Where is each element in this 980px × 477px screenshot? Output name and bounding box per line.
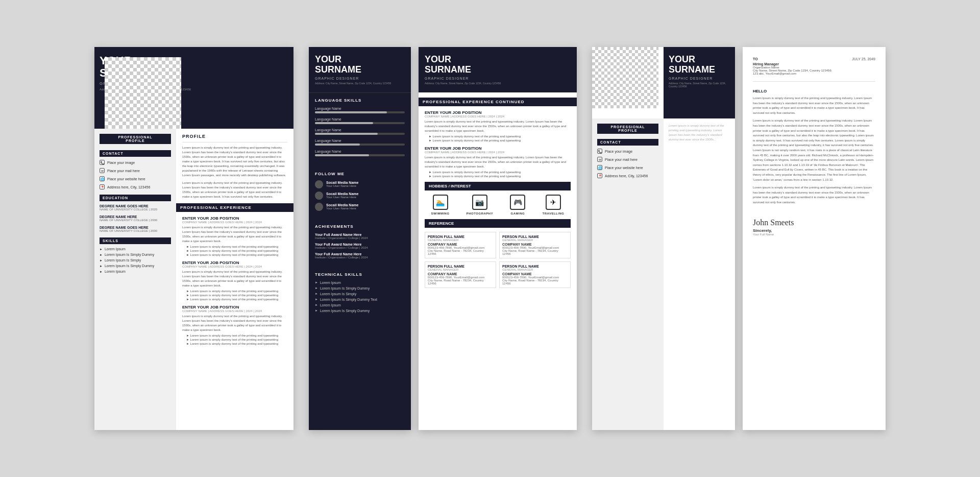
cover-header-row: TO Hiring Manager Organization Name City… [753,57,875,75]
social-icon-1 [315,180,323,188]
hobby-swimming: 🏊 SWIMMING [431,195,450,215]
card2-pages: YOURSURNAME GRAPHIC DESIGNER Address: Ci… [309,47,577,430]
card2-header-left: YOURSURNAME GRAPHIC DESIGNER Address: Ci… [309,47,411,93]
cover-signature: John Smeets [753,218,875,227]
card2-right-title: GRAPHIC DESIGNER [425,77,571,80]
cover-sincerely: Sincerely, [753,228,875,233]
contact-title-1: CONTACT [100,150,171,157]
gaming-icon: 🎮 [510,195,525,210]
photography-icon: 📷 [472,195,487,210]
reference-section: REFERENCE PERSON FULL NAME GENERAL MANAG… [425,219,571,288]
contact-mail: ✉ Place your mail here [100,168,171,173]
card2-surname: YOURSURNAME [315,55,405,75]
job-item-1: ENTER YOUR JOB POSITION COMPANY NAME | A… [182,216,287,256]
card2-right-body: PROFESSIONAL EXPERIENCE CONTINUED ENTER … [419,92,577,430]
hobby-gaming: 🎮 GAMING [510,195,525,215]
social-3: Socail Media Name Your User Name Here [315,203,405,211]
ref-1: PERSON FULL NAME GENERAL MANAGER COMPANY… [425,232,496,258]
exp-continued-title: PROFESSIONAL EXPERIENCE CONTINUED [419,98,577,106]
card3-body: PROFESSIONALPROFILE CONTACT 📞 Place your… [592,118,735,430]
tech-title: TECHNICAL SKILLS [315,272,405,277]
card3-mail-icon: ✉ [597,157,602,162]
card3-left-col: PROFESSIONALPROFILE CONTACT 📞 Place your… [592,118,664,430]
web-icon: 🌐 [100,176,105,181]
card3-location-icon: 📍 [597,173,602,178]
card3-profile-title: PROFESSIONALPROFILE [597,124,658,134]
social-icon-3 [315,203,323,211]
card3-address: Address: City Name, Street Name, Zip Cod… [669,82,730,88]
job-item-3: ENTER YOUR JOB POSITION COMPANY NAME | A… [182,305,287,345]
cover-manager: Hiring Manager [753,62,831,66]
education-title-1: EDUCATION [100,195,171,201]
photo-placeholder-1 [105,57,181,129]
left-col-1: PROFESSIONALPROFILE CONTACT 📞 Place your… [94,129,176,430]
resume-card-1: YOURSURNAME GRAPHIC DESIGNER Address: Ci… [94,47,293,430]
swimming-icon: 🏊 [433,195,448,210]
mail-icon: ✉ [100,168,105,173]
card3-contact-address: 📍 Address here, City, 123456 [597,173,658,178]
achieve-1: Your Full Award Name Here Institute / Or… [315,233,405,240]
edu-item-3: DEGREE NAME GOES HERE NAME OF UNIVERSITY… [100,226,171,232]
card3-contact-web: 🌐 Place your website here [597,165,658,170]
cover-to-block: TO Hiring Manager Organization Name City… [753,57,831,75]
card3-phone-icon: 📞 [597,149,602,154]
tech-1: ►Lorem Ipsum [315,281,405,284]
card2-right-address: Address: City Name, Street Name, Zip Cod… [425,82,571,85]
social-2: Socail Media Name Your User Name Here [315,192,405,200]
follow-panel: FOLLOW ME Socail Media Name Your User Na… [309,168,411,218]
achieve-title: ACHIEVEMENTS [315,224,405,229]
cover-body-2: Lorem ipsum is simply dummy text of the … [753,118,875,182]
skill-4: ►Lorem Ipsum Is Simply Dummy [100,264,171,268]
cover-body-3: Lorem ipsum is simply dummy text of the … [753,185,875,205]
contact-phone: 📞 Place your image [100,160,171,165]
cover-name-under: Your Full Name [753,233,875,236]
tech-6: ►Lorem Ipsum Is Simply Dummy [315,309,405,313]
card3-group: YOURSURNAME GRAPHIC DESIGNER Address: Ci… [592,47,886,430]
ref-3: PERSON FULL NAME GENERAL MANAGER COMPANY… [425,261,496,288]
card2-address: Address: City Name, Street Name, Zip Cod… [315,82,405,85]
social-icon-2 [315,192,323,200]
card3-name-area: YOURSURNAME GRAPHIC DESIGNER Address: Ci… [664,47,735,118]
cover-date: JULY 25, 2049 [852,57,875,75]
card3-surname: YOURSURNAME [669,55,730,75]
card2-job-1: ENTER YOUR JOB POSITION COMPANY NAME | A… [425,110,571,142]
card3-header: YOURSURNAME GRAPHIC DESIGNER Address: Ci… [592,47,735,118]
lang-3: Language Name [315,128,405,135]
lang-title: LANGUAGE SKILLS [315,98,405,103]
tech-4: ►Lorem Ipsum Is Simply Dummy Text [315,298,405,301]
card3-contact-title: CONTACT [597,139,658,146]
card3-right-col: Lorem ipsum is simply dummy text of the … [664,118,735,430]
social-1: Socail Media Name Your User Name Here [315,180,405,188]
hobbies-section: HOBBIES / INTEREST 🏊 SWIMMING 📷 PHOTOGRA… [425,182,571,215]
card2-left-panel: YOURSURNAME GRAPHIC DESIGNER Address: Ci… [309,47,411,430]
card3-web-icon: 🌐 [597,165,602,170]
card3-title: GRAPHIC DESIGNER [669,77,730,80]
skill-2: ►Lorem Ipsum Is Simply Dummy [100,253,171,256]
card2-right-page: YOURSURNAME GRAPHIC DESIGNER Address: Ci… [419,47,577,430]
cover-body-1: Lorem Ipsum is simply dummy text of the … [753,96,875,115]
cover-hello: HELLO [753,89,875,93]
cover-letter-page: TO Hiring Manager Organization Name City… [743,47,886,430]
lang-1: Language Name [315,107,405,113]
tech-2: ►Lorem Ipsum Is Simply Dummy [315,287,405,290]
card2-right-surname: YOURSURNAME [425,55,571,75]
card3-contact-phone: 📞 Place your image [597,149,658,154]
profile-section-title-left: PROFESSIONALPROFILE [100,134,171,144]
hobby-photography: 📷 PHOTOGRAPHY [467,195,493,215]
card3-photo-area [592,47,664,118]
cover-email: 123 abc, YourEmail@gmail.com [753,72,831,75]
skill-5: ►Lorem Ipsum [100,270,171,273]
profile-text-1: Lorem ipsum is simply dummy text of the … [182,146,287,178]
lang-2: Language Name [315,117,405,124]
lang-skills-panel: LANGUAGE SKILLS Language Name Language N… [309,93,411,165]
achieve-3: Your Full Award Name Here Institute / Or… [315,252,405,259]
skill-1: ►Lorem Ipsum [100,247,171,251]
tech-3: ►Lorem Ipsum Is Simply [315,292,405,296]
ref-title: REFERENCE [425,219,571,228]
edu-item-1: DEGREE NAME GOES HERE NAME OF UNIVERSITY… [100,204,171,211]
tech-5: ►Lorem Ipsum [315,303,405,307]
cover-to-label: TO [753,57,831,61]
lang-4: Language Name [315,139,405,146]
card2-job-2: ENTER YOUR JOB POSITION COMPANY NAME | A… [425,146,571,178]
card2-right-header: YOURSURNAME GRAPHIC DESIGNER Address: Ci… [419,47,577,92]
